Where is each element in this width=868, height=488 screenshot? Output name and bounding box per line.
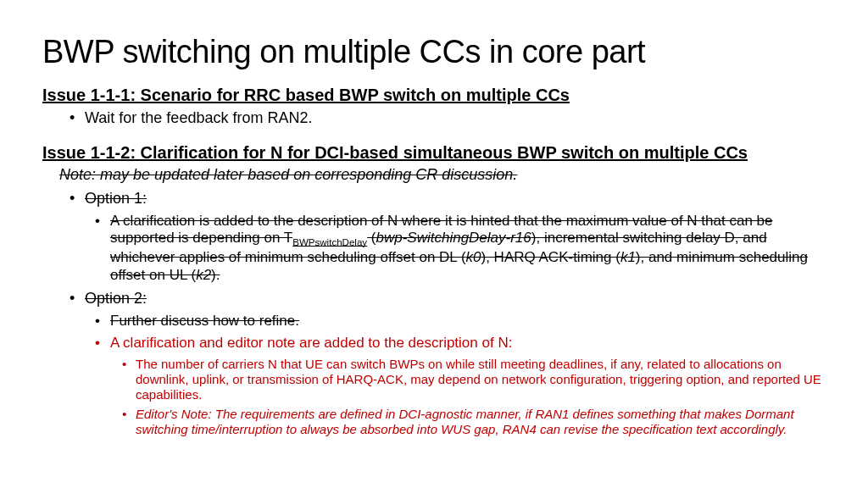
opt1-subscript: BWPswitchDelay xyxy=(292,238,367,248)
issue-2-note: Note: may be updated later based on corr… xyxy=(59,166,826,184)
opt1-em4: k2 xyxy=(196,267,211,283)
slide-title: BWP switching on multiple CCs in core pa… xyxy=(42,34,826,70)
opt1-mid1: ( xyxy=(367,230,376,246)
opt1-em3: k1 xyxy=(620,249,636,265)
opt1-em1: bwp-SwitchingDelay-r16 xyxy=(376,230,531,246)
option-2-red-sub2: Editor's Note: The requirements are defi… xyxy=(136,407,826,436)
option-2-red-lead: A clarification and editor note are adde… xyxy=(110,335,826,352)
option-1-text: A clarification is added to the descript… xyxy=(110,213,826,284)
opt1-em2: k0 xyxy=(466,249,481,265)
opt1-mid3: ), HARQ ACK-timing ( xyxy=(481,249,620,265)
option-2-label: Option 2: xyxy=(85,289,826,308)
option-2-struck: Further discuss how to refine. xyxy=(110,313,826,330)
opt1-end: ). xyxy=(211,267,220,283)
option-2-red-sub1: The number of carriers N that UE can swi… xyxy=(136,357,826,402)
option-1-label: Option 1: xyxy=(85,189,826,208)
issue-2-heading: Issue 1-1-2: Clarification for N for DCI… xyxy=(42,143,826,163)
issue-1-heading: Issue 1-1-1: Scenario for RRC based BWP … xyxy=(42,86,826,105)
issue-1-bullet: Wait for the feedback from RAN2. xyxy=(85,108,826,128)
